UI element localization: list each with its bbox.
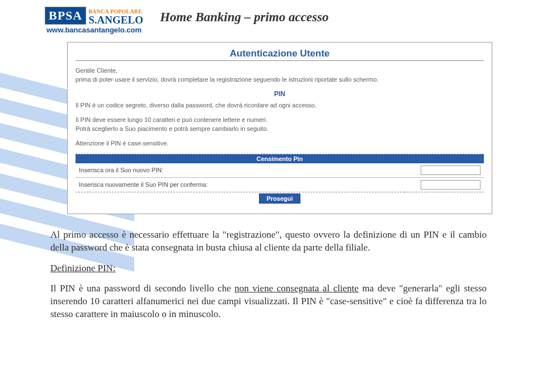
bpsa-badge: BPSA [45, 7, 86, 25]
proceed-button[interactable]: Prosegui [259, 193, 300, 204]
pin-rule-1: Il PIN deve essere lungo 10 caratteri e … [76, 116, 267, 123]
explanation-text: Al primo accesso è necessario effettuare… [50, 229, 487, 322]
p2-underlined: non viene consegnata al cliente [234, 283, 359, 294]
pin-new-input[interactable] [421, 166, 481, 175]
pin-new-label: Inserisca ora il Suo nuovo PIN: [76, 163, 404, 178]
explanation-p1: Al primo accesso è necessario effettuare… [50, 229, 487, 254]
censimento-bar: Censimento Pin [76, 154, 484, 163]
panel-title: Autenticazione Utente [76, 48, 484, 61]
definition-label: Definizione PIN: [50, 263, 116, 273]
pin-rule-2: Potrà sceglierlo a Suo piacimento e potr… [76, 125, 268, 132]
pin-confirm-input[interactable] [421, 180, 481, 190]
bank-url: www.bancasantangelo.com [46, 26, 142, 34]
pin-heading: PIN [76, 90, 484, 98]
greeting-line: Gentile Cliente, [76, 67, 117, 74]
bank-name: S.ANGELO [88, 14, 143, 26]
pin-rules: Il PIN deve essere lungo 10 caratteri e … [76, 116, 484, 134]
pin-form-table: Inserisca ora il Suo nuovo PIN: Inserisc… [76, 163, 484, 192]
pin-warning: Attenzione il PIN è case-sensitive. [76, 139, 484, 148]
auth-panel: Autenticazione Utente Gentile Cliente, p… [67, 42, 492, 214]
pin-desc: Il PIN è un codice segreto, diverso dall… [76, 101, 484, 110]
pin-confirm-label: Inserisca nuovamente il Suo PIN per conf… [76, 177, 404, 192]
header: BPSA BANCA POPOLARE S.ANGELO www.bancasa… [0, 0, 537, 34]
intro-line: prima di poter usare il servizio, dovrà … [76, 76, 379, 83]
page-title: Home Banking – primo accesso [160, 10, 329, 25]
logo: BPSA BANCA POPOLARE S.ANGELO www.bancasa… [45, 7, 143, 34]
greeting-text: Gentile Cliente, prima di poter usare il… [76, 67, 484, 84]
p2-part-a: Il PIN è una password di secondo livello… [50, 283, 234, 294]
explanation-p2: Il PIN è una password di secondo livello… [50, 282, 487, 321]
